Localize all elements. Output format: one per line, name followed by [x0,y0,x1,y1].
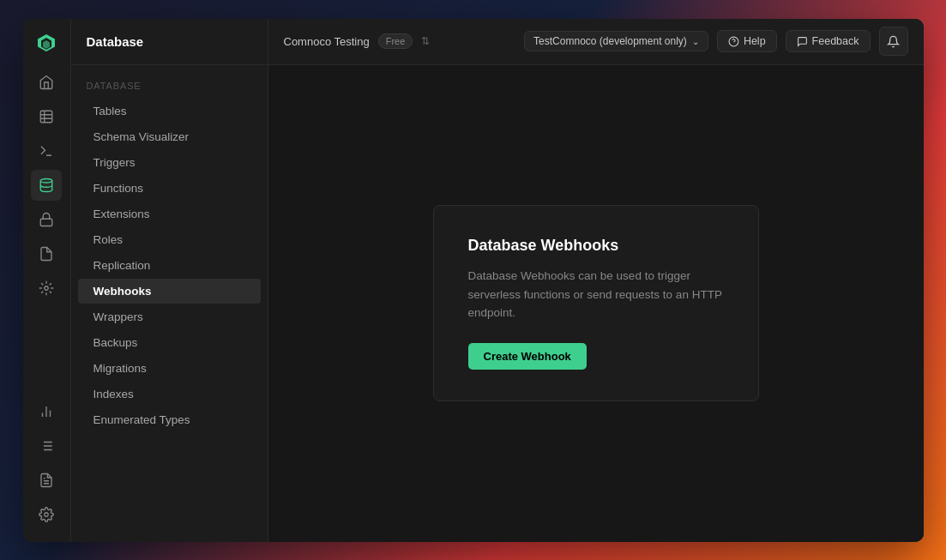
sidebar-header: Database [71,19,268,65]
env-chevron-icon: ⌄ [692,37,699,46]
sidebar-item-functions[interactable]: Functions [78,176,261,201]
svg-point-2 [40,178,52,183]
svg-rect-0 [40,111,52,123]
sidebar-item-label: Migrations [93,362,147,375]
project-name: Comnoco Testing [284,35,370,48]
topbar: Comnoco Testing Free ⇅ TestComnoco (deve… [268,19,924,65]
feedback-label: Feedback [812,35,859,47]
sidebar-item-triggers[interactable]: Triggers [78,150,261,175]
env-label: TestComnoco (development only) [533,35,687,47]
sidebar-item-wrappers[interactable]: Wrappers [78,304,261,329]
sidebar-item-label: Enumerated Types [93,413,190,426]
create-webhook-button[interactable]: Create Webhook [468,343,587,370]
sidebar-item-label: Roles [93,233,124,246]
sidebar-item-label: Replication [93,259,151,272]
sidebar-item-schema-visualizer[interactable]: Schema Visualizer [78,124,261,149]
content-area: Database Webhooks Database Webhooks can … [268,65,924,542]
bell-icon [887,35,900,48]
webhook-card: Database Webhooks Database Webhooks can … [433,205,759,401]
chat-icon [797,36,808,47]
card-title: Database Webhooks [468,237,724,255]
nav-home-icon[interactable] [31,67,62,98]
nav-table-icon[interactable] [31,101,62,132]
sidebar-item-extensions[interactable]: Extensions [78,202,261,226]
nav-auth-icon[interactable] [31,204,62,235]
sidebar-item-roles[interactable]: Roles [78,227,261,252]
main-content: Comnoco Testing Free ⇅ TestComnoco (deve… [268,19,924,542]
notifications-button[interactable] [879,27,908,56]
sidebar-item-webhooks[interactable]: Webhooks [78,279,261,304]
nav-logs-icon[interactable] [31,431,62,461]
sidebar-item-label: Tables [93,105,127,117]
nav-docs-icon[interactable] [31,465,62,496]
nav-storage-icon[interactable] [31,238,62,269]
help-label: Help [744,35,766,47]
svg-point-4 [45,286,49,290]
plan-badge: Free [378,33,413,49]
nav-database-icon[interactable] [31,170,62,201]
icon-rail [23,19,71,542]
sidebar-item-migrations[interactable]: Migrations [78,356,261,381]
sidebar: Database Database Tables Schema Visualiz… [71,19,268,542]
env-selector[interactable]: TestComnoco (development only) ⌄ [524,31,708,51]
help-button[interactable]: Help [717,30,777,52]
sidebar-item-label: Webhooks [93,285,152,298]
nav-editor-icon[interactable] [31,135,62,166]
sidebar-item-label: Schema Visualizer [93,130,190,143]
nav-reports-icon[interactable] [31,396,62,427]
page-title: Database [87,34,144,49]
sidebar-item-indexes[interactable]: Indexes [78,382,261,406]
sidebar-item-label: Functions [93,182,144,195]
svg-point-16 [45,512,49,516]
feedback-button[interactable]: Feedback [786,30,871,52]
sidebar-item-label: Backups [93,336,138,349]
sidebar-item-replication[interactable]: Replication [78,253,261,278]
nav-realtime-icon[interactable] [31,273,62,304]
svg-rect-3 [40,219,52,226]
nav-settings-icon[interactable] [31,499,62,530]
sidebar-item-enumerated-types[interactable]: Enumerated Types [78,407,261,432]
card-description: Database Webhooks can be used to trigger… [468,267,724,322]
project-chevron-icon[interactable]: ⇅ [421,35,430,47]
sidebar-item-label: Triggers [93,156,136,169]
sidebar-item-tables[interactable]: Tables [78,99,261,123]
sidebar-item-label: Indexes [93,388,134,400]
sidebar-item-label: Extensions [93,208,150,220]
help-circle-icon [728,36,739,47]
sidebar-item-label: Wrappers [93,310,143,323]
sidebar-nav: Database Tables Schema Visualizer Trigge… [71,65,268,542]
nav-section-label: Database [71,75,268,98]
sidebar-item-backups[interactable]: Backups [78,330,261,355]
app-window: Database Database Tables Schema Visualiz… [23,19,924,542]
app-logo[interactable] [34,31,58,55]
